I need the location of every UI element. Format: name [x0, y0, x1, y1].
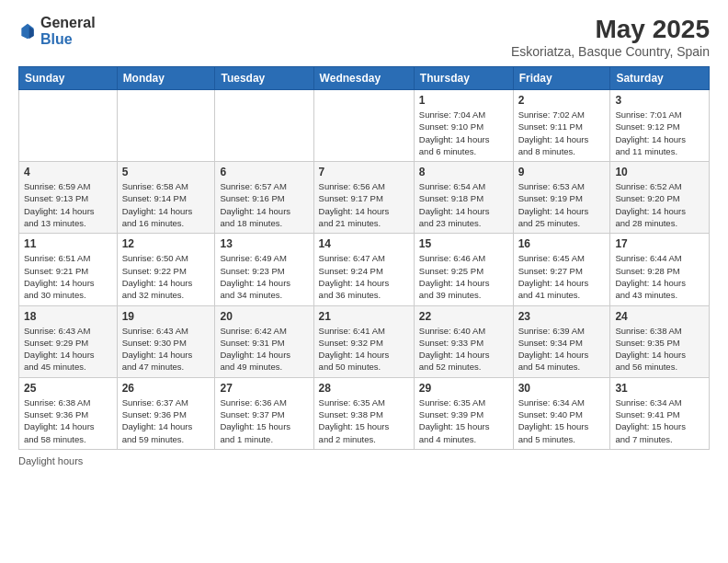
calendar-cell: 19Sunrise: 6:43 AM Sunset: 9:30 PM Dayli…: [117, 305, 215, 377]
day-number: 12: [122, 237, 210, 250]
day-number: 26: [122, 382, 210, 395]
calendar-cell: 13Sunrise: 6:49 AM Sunset: 9:23 PM Dayli…: [215, 234, 313, 305]
page: General Blue May 2025 Eskoriatza, Basque…: [0, 0, 728, 563]
day-info: Sunrise: 6:38 AM Sunset: 9:35 PM Dayligh…: [615, 325, 704, 373]
calendar-cell: 4Sunrise: 6:59 AM Sunset: 9:13 PM Daylig…: [19, 162, 118, 234]
header: General Blue May 2025 Eskoriatza, Basque…: [18, 15, 710, 59]
calendar-week-row: 18Sunrise: 6:43 AM Sunset: 9:29 PM Dayli…: [19, 305, 710, 377]
day-info: Sunrise: 6:54 AM Sunset: 9:18 PM Dayligh…: [419, 180, 508, 229]
calendar-table: SundayMondayTuesdayWednesdayThursdayFrid…: [18, 66, 710, 450]
day-number: 3: [615, 94, 704, 107]
logo: General Blue: [18, 15, 96, 47]
day-number: 19: [122, 310, 210, 323]
calendar-cell: 1Sunrise: 7:04 AM Sunset: 9:10 PM Daylig…: [414, 90, 513, 162]
day-number: 1: [419, 94, 508, 107]
day-number: 27: [220, 382, 308, 395]
day-number: 20: [220, 310, 308, 323]
calendar-day-header: Wednesday: [313, 67, 414, 90]
day-number: 10: [615, 166, 704, 178]
day-info: Sunrise: 6:38 AM Sunset: 9:36 PM Dayligh…: [24, 396, 112, 445]
day-number: 6: [220, 166, 308, 178]
day-number: 31: [615, 382, 704, 395]
day-number: 24: [615, 310, 704, 323]
calendar-cell: [215, 90, 313, 162]
calendar-cell: 26Sunrise: 6:37 AM Sunset: 9:36 PM Dayli…: [117, 377, 215, 449]
day-info: Sunrise: 7:02 AM Sunset: 9:11 PM Dayligh…: [518, 109, 606, 157]
day-info: Sunrise: 6:46 AM Sunset: 9:25 PM Dayligh…: [419, 252, 508, 301]
day-info: Sunrise: 6:44 AM Sunset: 9:28 PM Dayligh…: [615, 252, 704, 301]
calendar-cell: 2Sunrise: 7:02 AM Sunset: 9:11 PM Daylig…: [513, 90, 610, 162]
day-info: Sunrise: 6:58 AM Sunset: 9:14 PM Dayligh…: [122, 180, 210, 229]
day-info: Sunrise: 6:43 AM Sunset: 9:29 PM Dayligh…: [24, 325, 112, 373]
calendar-week-row: 1Sunrise: 7:04 AM Sunset: 9:10 PM Daylig…: [19, 90, 710, 162]
day-number: 28: [319, 382, 409, 395]
day-number: 9: [518, 166, 606, 178]
calendar-cell: 20Sunrise: 6:42 AM Sunset: 9:31 PM Dayli…: [215, 305, 313, 377]
calendar-cell: 12Sunrise: 6:50 AM Sunset: 9:22 PM Dayli…: [117, 234, 215, 305]
calendar-day-header: Friday: [513, 67, 610, 90]
calendar-day-header: Saturday: [610, 67, 710, 90]
day-number: 11: [24, 237, 112, 250]
day-info: Sunrise: 6:39 AM Sunset: 9:34 PM Dayligh…: [518, 325, 606, 373]
day-info: Sunrise: 6:45 AM Sunset: 9:27 PM Dayligh…: [518, 252, 606, 301]
calendar-cell: [19, 90, 118, 162]
day-number: 8: [419, 166, 508, 178]
footer: Daylight hours: [18, 455, 710, 466]
calendar-day-header: Tuesday: [215, 67, 313, 90]
calendar-cell: [117, 90, 215, 162]
day-info: Sunrise: 6:35 AM Sunset: 9:39 PM Dayligh…: [419, 396, 508, 445]
day-number: 18: [24, 310, 112, 323]
calendar-day-header: Thursday: [414, 67, 513, 90]
calendar-cell: [313, 90, 414, 162]
day-info: Sunrise: 6:36 AM Sunset: 9:37 PM Dayligh…: [220, 396, 308, 445]
calendar-cell: 7Sunrise: 6:56 AM Sunset: 9:17 PM Daylig…: [313, 162, 414, 234]
day-number: 25: [24, 382, 112, 395]
day-number: 14: [319, 237, 409, 250]
day-info: Sunrise: 6:42 AM Sunset: 9:31 PM Dayligh…: [220, 325, 308, 373]
day-info: Sunrise: 6:50 AM Sunset: 9:22 PM Dayligh…: [122, 252, 210, 301]
day-info: Sunrise: 6:43 AM Sunset: 9:30 PM Dayligh…: [122, 325, 210, 373]
day-number: 13: [220, 237, 308, 250]
day-info: Sunrise: 6:40 AM Sunset: 9:33 PM Dayligh…: [419, 325, 508, 373]
day-info: Sunrise: 7:04 AM Sunset: 9:10 PM Dayligh…: [419, 109, 508, 157]
calendar-cell: 6Sunrise: 6:57 AM Sunset: 9:16 PM Daylig…: [215, 162, 313, 234]
day-info: Sunrise: 6:51 AM Sunset: 9:21 PM Dayligh…: [24, 252, 112, 301]
day-info: Sunrise: 6:34 AM Sunset: 9:40 PM Dayligh…: [518, 396, 606, 445]
calendar-cell: 5Sunrise: 6:58 AM Sunset: 9:14 PM Daylig…: [117, 162, 215, 234]
logo-blue-text: Blue: [40, 31, 96, 48]
calendar-cell: 11Sunrise: 6:51 AM Sunset: 9:21 PM Dayli…: [19, 234, 118, 305]
logo-text: General Blue: [40, 15, 96, 47]
day-number: 17: [615, 237, 704, 250]
day-number: 7: [319, 166, 409, 178]
day-number: 5: [122, 166, 210, 178]
month-title: May 2025: [511, 15, 710, 44]
calendar-cell: 28Sunrise: 6:35 AM Sunset: 9:38 PM Dayli…: [313, 377, 414, 449]
day-info: Sunrise: 6:57 AM Sunset: 9:16 PM Dayligh…: [220, 180, 308, 229]
day-info: Sunrise: 6:59 AM Sunset: 9:13 PM Dayligh…: [24, 180, 112, 229]
day-number: 23: [518, 310, 606, 323]
calendar-cell: 3Sunrise: 7:01 AM Sunset: 9:12 PM Daylig…: [610, 90, 710, 162]
calendar-cell: 22Sunrise: 6:40 AM Sunset: 9:33 PM Dayli…: [414, 305, 513, 377]
day-info: Sunrise: 6:52 AM Sunset: 9:20 PM Dayligh…: [615, 180, 704, 229]
calendar-cell: 31Sunrise: 6:34 AM Sunset: 9:41 PM Dayli…: [610, 377, 710, 449]
calendar-cell: 29Sunrise: 6:35 AM Sunset: 9:39 PM Dayli…: [414, 377, 513, 449]
day-number: 15: [419, 237, 508, 250]
calendar-cell: 25Sunrise: 6:38 AM Sunset: 9:36 PM Dayli…: [19, 377, 118, 449]
day-number: 2: [518, 94, 606, 107]
title-area: May 2025 Eskoriatza, Basque Country, Spa…: [511, 15, 710, 59]
location: Eskoriatza, Basque Country, Spain: [511, 44, 710, 59]
calendar-cell: 18Sunrise: 6:43 AM Sunset: 9:29 PM Dayli…: [19, 305, 118, 377]
calendar-cell: 17Sunrise: 6:44 AM Sunset: 9:28 PM Dayli…: [610, 234, 710, 305]
day-number: 29: [419, 382, 508, 395]
calendar-cell: 16Sunrise: 6:45 AM Sunset: 9:27 PM Dayli…: [513, 234, 610, 305]
logo-icon: [18, 22, 37, 40]
day-info: Sunrise: 6:41 AM Sunset: 9:32 PM Dayligh…: [319, 325, 409, 373]
calendar-week-row: 4Sunrise: 6:59 AM Sunset: 9:13 PM Daylig…: [19, 162, 710, 234]
calendar-cell: 21Sunrise: 6:41 AM Sunset: 9:32 PM Dayli…: [313, 305, 414, 377]
logo-general-text: General: [40, 15, 96, 31]
day-number: 16: [518, 237, 606, 250]
day-number: 4: [24, 166, 112, 178]
day-number: 22: [419, 310, 508, 323]
day-info: Sunrise: 6:53 AM Sunset: 9:19 PM Dayligh…: [518, 180, 606, 229]
calendar-week-row: 11Sunrise: 6:51 AM Sunset: 9:21 PM Dayli…: [19, 234, 710, 305]
